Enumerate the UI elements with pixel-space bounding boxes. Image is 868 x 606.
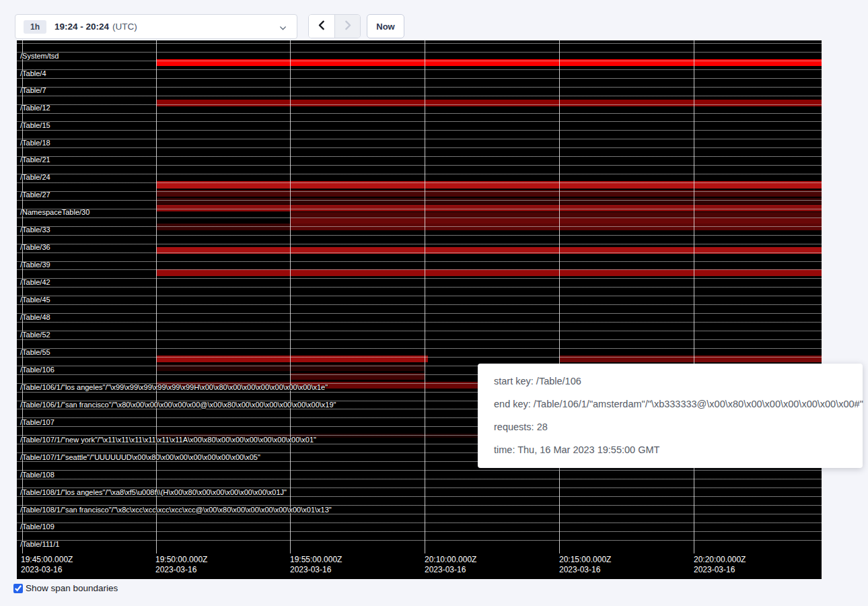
row-label: /Table/39 — [20, 261, 50, 269]
row-label: /Table/108/1/"los angeles"/"\xa8\xf5\u00… — [20, 488, 287, 496]
time-gridline — [156, 40, 157, 553]
row-label: /Table/33 — [20, 226, 50, 234]
now-button[interactable]: Now — [367, 14, 404, 38]
row-label: /Table/109 — [20, 523, 55, 531]
show-span-boundaries-checkbox[interactable] — [13, 584, 23, 593]
row-label: /Table/15 — [20, 122, 50, 129]
time-gridline — [559, 40, 560, 553]
span-boundary-lines — [17, 43, 822, 549]
time-range-badge: 1h — [24, 20, 46, 34]
heat-band — [156, 100, 822, 106]
time-range-nav — [308, 14, 361, 38]
heat-band — [290, 212, 822, 218]
row-label: /Table/106/1/"los angeles"/"\x99\x99\x99… — [20, 383, 328, 391]
heat-band — [156, 205, 822, 211]
prev-range-button[interactable] — [309, 15, 334, 38]
heat-band — [156, 59, 822, 66]
row-label: /Table/107 — [20, 418, 55, 426]
tick-time: 19:50:00.000Z — [155, 555, 207, 565]
row-label: /Table/4 — [20, 69, 46, 77]
row-label: /System/tsd — [20, 53, 59, 60]
tick-date: 2023-03-16 — [290, 565, 342, 575]
tick-date: 2023-03-16 — [155, 565, 207, 575]
time-range-select[interactable]: 1h 19:24 - 20:24 (UTC) — [15, 14, 297, 39]
chevron-left-icon — [316, 20, 328, 33]
time-gridline — [290, 40, 291, 553]
heat-band — [290, 224, 822, 230]
chevron-down-icon — [279, 23, 287, 32]
row-label: /Table/24 — [20, 174, 50, 181]
tick-date: 2023-03-16 — [425, 565, 476, 575]
time-tick: 19:55:00.000Z2023-03-16 — [290, 555, 342, 575]
time-range-text: 19:24 - 20:24 — [55, 22, 109, 32]
next-range-button[interactable] — [334, 15, 360, 38]
row-label: /Table/42 — [20, 279, 50, 286]
row-label: /Table/111/1 — [20, 540, 59, 547]
row-label: /Table/12 — [20, 104, 50, 112]
tick-time: 19:45:00.000Z — [21, 555, 73, 565]
row-label: /Table/107/1/"new york"/"\x11\x11\x11\x1… — [20, 436, 316, 443]
heat-band — [156, 269, 822, 276]
heat-band — [156, 247, 822, 254]
time-tick: 19:45:00.000Z2023-03-16 — [21, 555, 73, 575]
row-label: /Table/48 — [20, 314, 50, 321]
time-tick: 20:20:00.000Z2023-03-16 — [694, 555, 746, 575]
heat-band — [290, 373, 425, 380]
row-label: /Table/18 — [20, 139, 50, 146]
span-tooltip: start key: /Table/106end key: /Table/106… — [478, 364, 863, 468]
row-label: /Table/106/1/"san francisco"/"\x80\x00\x… — [20, 401, 336, 408]
row-label: /Table/108 — [20, 471, 55, 478]
tick-time: 19:55:00.000Z — [290, 555, 342, 565]
tick-time: 20:20:00.000Z — [694, 555, 746, 565]
time-tick: 20:10:00.000Z2023-03-16 — [425, 555, 476, 575]
row-label: /Table/45 — [20, 296, 50, 304]
tooltip-line: start key: /Table/106 — [494, 370, 846, 393]
tick-date: 2023-03-16 — [559, 565, 611, 575]
tooltip-line: requests: 28 — [494, 415, 846, 438]
row-label: /Table/36 — [20, 244, 50, 251]
heat-band — [156, 181, 822, 189]
heat-band — [156, 356, 428, 362]
footer-controls: Show span boundaries — [13, 583, 118, 593]
tooltip-line: end key: /Table/106/1/"amsterdam"/"\xb33… — [494, 393, 846, 415]
row-label: /NamespaceTable/30 — [20, 209, 89, 216]
heat-band — [156, 190, 822, 197]
tick-time: 20:15:00.000Z — [559, 555, 611, 565]
heat-band — [694, 356, 822, 362]
heat-band — [156, 198, 822, 204]
time-gridline — [694, 40, 694, 553]
tick-time: 20:10:00.000Z — [425, 555, 476, 565]
row-label: /Table/107/1/"seattle"/"UUUUUUD\x00\x80\… — [20, 453, 260, 461]
row-label: /Table/21 — [20, 156, 50, 164]
heat-band — [290, 218, 822, 224]
tooltip-line: time: Thu, 16 Mar 2023 19:55:00 GMT — [494, 438, 846, 461]
row-label: /Table/55 — [20, 348, 50, 356]
show-span-boundaries-label[interactable]: Show span boundaries — [26, 583, 118, 593]
chevron-right-icon — [342, 20, 353, 33]
row-label: /Table/106 — [20, 366, 55, 373]
row-label: /Table/52 — [20, 331, 50, 338]
time-gridline — [425, 40, 425, 553]
time-tick: 19:50:00.000Z2023-03-16 — [155, 555, 207, 575]
time-range-timezone: (UTC) — [112, 22, 137, 32]
row-label: /Table/27 — [20, 191, 50, 199]
time-tick: 20:15:00.000Z2023-03-16 — [559, 555, 611, 575]
row-label: /Table/7 — [20, 87, 46, 94]
tick-date: 2023-03-16 — [694, 565, 746, 575]
key-visualizer-canvas[interactable]: /System/tsd/Table/4/Table/7/Table/12/Tab… — [17, 40, 822, 579]
heat-band — [559, 356, 694, 362]
row-label: /Table/108/1/"san francisco"/"\x8c\xcc\x… — [20, 506, 332, 513]
tick-date: 2023-03-16 — [21, 565, 73, 575]
